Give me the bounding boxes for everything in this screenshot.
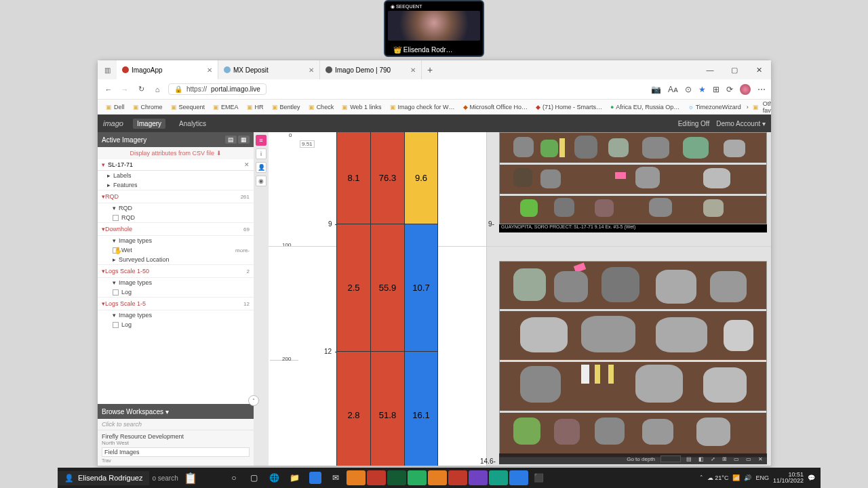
task-mail[interactable]: ✉: [326, 470, 345, 485]
tree-section-downhole[interactable]: ▾ Downhole69: [98, 222, 254, 236]
bookmark-item[interactable]: ▣EMEA: [210, 104, 241, 110]
tool-info-icon[interactable]: i: [256, 148, 267, 159]
tab-close-1[interactable]: ✕: [309, 66, 314, 74]
bookmark-item[interactable]: ▣Check: [306, 104, 337, 110]
goto-depth-label[interactable]: Go to depth: [625, 456, 656, 462]
tree-section-logs5[interactable]: ▾ Logs Scale 1-512: [98, 297, 254, 310]
workspace-field[interactable]: Field Images: [102, 447, 250, 457]
bookmark-item[interactable]: ▣HR: [244, 104, 267, 110]
bookmarks-overflow[interactable]: ›▣Other favourites: [747, 100, 771, 114]
tree-downhole-imgtypes[interactable]: ▾ Image types: [98, 236, 254, 245]
nav-tab-analytics[interactable]: Analytics: [175, 119, 210, 129]
task-app9[interactable]: [509, 470, 528, 485]
panel-btn-2[interactable]: ▦: [238, 136, 250, 144]
goto-depth-box[interactable]: [660, 455, 681, 462]
core-tray-lower[interactable]: [499, 261, 767, 458]
task-app3[interactable]: [387, 470, 406, 485]
task-app4[interactable]: [408, 470, 427, 485]
browser-tab-0[interactable]: ImagoApp ✕: [117, 60, 218, 79]
task-files[interactable]: 📁: [285, 470, 304, 485]
bt-icon-1[interactable]: ◧: [697, 456, 705, 462]
tool-globe-icon[interactable]: ◉: [256, 176, 267, 186]
task-cam[interactable]: [306, 470, 325, 485]
tree-section-logs50[interactable]: ▾ Logs Scale 1-502: [98, 264, 254, 278]
tab-collections-icon[interactable]: ▥: [98, 66, 117, 74]
tool-rows-icon[interactable]: ≡: [256, 135, 267, 146]
browser-tab-2[interactable]: Imago Demo | 790 ✕: [320, 60, 422, 79]
bt-icon-4[interactable]: ▭: [732, 456, 741, 462]
window-minimize[interactable]: —: [698, 66, 722, 75]
url-field[interactable]: 🔒 https://portal.imago.live: [168, 83, 267, 95]
drillhole-chip[interactable]: ▾SL-17-71 ✕: [98, 159, 254, 171]
task-app2[interactable]: [367, 470, 386, 485]
tab-close-2[interactable]: ✕: [410, 66, 416, 74]
more-icon[interactable]: ⋯: [757, 85, 766, 94]
task-app6[interactable]: [448, 470, 467, 485]
task-app7[interactable]: [469, 470, 488, 485]
browser-tab-1[interactable]: MX Deposit ✕: [218, 60, 320, 79]
bookmark-item[interactable]: ▣Web 1 links: [339, 104, 384, 110]
drillhole-remove[interactable]: ✕: [244, 161, 250, 168]
bookmark-item[interactable]: ▣Chrome: [130, 104, 165, 110]
aa-icon[interactable]: Aᴀ: [668, 85, 678, 94]
tree-features[interactable]: ▸ Features: [98, 180, 254, 190]
nav-home-icon[interactable]: ⌂: [152, 85, 163, 94]
extensions-icon[interactable]: ⊞: [713, 85, 719, 94]
bookmark-item[interactable]: ▣Seequent: [168, 104, 208, 110]
bt-icon-6[interactable]: ✕: [757, 456, 764, 462]
csv-link[interactable]: Display attributes from CSV file ⬇: [98, 147, 254, 159]
bookmark-item[interactable]: ▣Imago check for W…: [387, 104, 458, 110]
news-icon[interactable]: 📋: [184, 472, 197, 485]
tree-labels[interactable]: ▸ Labels: [98, 171, 254, 180]
bt-icon-3[interactable]: ⊞: [721, 456, 728, 462]
tree-rqd-check[interactable]: RQD: [98, 213, 254, 222]
task-edge[interactable]: 🌐: [265, 470, 284, 485]
tray-net[interactable]: 📶: [732, 474, 740, 481]
tool-user-icon[interactable]: 👤: [256, 162, 267, 173]
bookmark-item[interactable]: ▣Bentley: [269, 104, 303, 110]
editing-toggle[interactable]: Editing Off: [678, 120, 710, 127]
bt-icon-5[interactable]: ▭: [745, 456, 753, 462]
bookmark-item[interactable]: ●Africa EU, Russia Op…: [608, 104, 682, 110]
task-start[interactable]: ○: [224, 470, 243, 485]
tree-logs5-check[interactable]: Log: [98, 320, 254, 329]
tree-downhole-surveyed[interactable]: ▸ Surveyed Location: [98, 255, 254, 264]
tree-logs50-imgtypes[interactable]: ▾ Image types: [98, 278, 254, 287]
bt-icon-0[interactable]: ▤: [685, 456, 693, 462]
favorite-star-icon[interactable]: ★: [698, 85, 706, 94]
bt-icon-2[interactable]: ⤢: [709, 456, 717, 462]
task-app10[interactable]: ⬛: [530, 470, 549, 485]
core-tray-upper[interactable]: [499, 132, 767, 224]
task-app8[interactable]: [489, 470, 508, 485]
browse-workspaces-header[interactable]: Browse Workspaces ▾: [98, 404, 254, 419]
new-tab-button[interactable]: +: [422, 64, 438, 75]
tray-vol[interactable]: 🔊: [744, 474, 751, 481]
nav-reload-icon[interactable]: ↻: [136, 85, 146, 94]
task-app5[interactable]: [428, 470, 447, 485]
scroll-bubble[interactable]: ˄: [248, 395, 259, 406]
tray-notif[interactable]: 💬: [808, 474, 815, 481]
workspace-project[interactable]: Firefly Resource Development: [102, 433, 250, 440]
tree-rqd-head[interactable]: ▾ RQD: [98, 203, 254, 213]
panel-btn-1[interactable]: ▤: [225, 136, 237, 144]
search-icon[interactable]: ⊙: [685, 85, 692, 94]
bookmark-item[interactable]: ▣Dell: [103, 104, 127, 110]
camera-icon[interactable]: 📷: [651, 85, 661, 94]
window-maximize[interactable]: ▢: [722, 66, 747, 75]
tray-clock[interactable]: 10:51 11/10/2022: [773, 472, 804, 484]
tree-logs5-imgtypes[interactable]: ▾ Image types: [98, 310, 254, 320]
tab-close-0[interactable]: ✕: [207, 66, 212, 74]
tray-weather[interactable]: ☁ 21°C: [707, 474, 729, 481]
profile-avatar[interactable]: [740, 84, 751, 95]
task-taskview[interactable]: ▢: [245, 470, 264, 485]
taskbar-search[interactable]: o search: [152, 474, 178, 482]
tree-downhole-wet[interactable]: ✋Wetmore-: [98, 245, 254, 255]
nav-tab-imagery[interactable]: Imagery: [133, 119, 165, 129]
bookmark-item[interactable]: ◆Microsoft Office Ho…: [460, 104, 530, 110]
collections-icon[interactable]: ⟳: [726, 85, 733, 94]
tree-logs50-check[interactable]: Log: [98, 287, 254, 297]
bookmark-item[interactable]: ☼TimezoneWizard: [685, 104, 743, 110]
bookmark-item[interactable]: ◆(71) Home - Smarts…: [533, 104, 605, 110]
window-close[interactable]: ✕: [747, 66, 771, 75]
task-app1[interactable]: [347, 470, 366, 485]
